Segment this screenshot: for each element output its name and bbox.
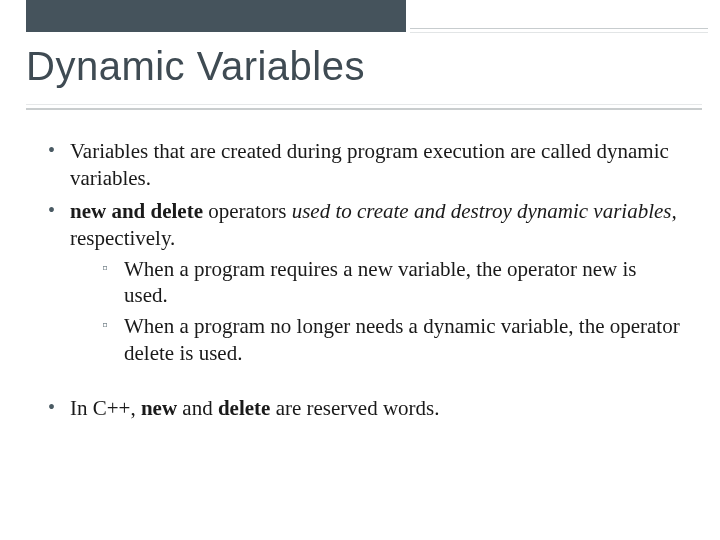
header-thin-line-2 — [410, 32, 708, 34]
bullet-item: new and delete operators used to create … — [46, 198, 680, 367]
header-thin-line — [410, 28, 708, 30]
sub-bullet-text: When a program no longer needs a dynamic… — [124, 314, 680, 365]
bullet-list: Variables that are created during progra… — [46, 138, 680, 367]
bullet-item: In C++, new and delete are reserved word… — [46, 395, 680, 422]
slide-body: Variables that are created during progra… — [46, 138, 680, 428]
title-separator-light — [26, 104, 702, 105]
bullet-list: In C++, new and delete are reserved word… — [46, 395, 680, 422]
bullet-text: In C++, — [70, 396, 141, 420]
sub-bullet-text: When a program requires a new variable, … — [124, 257, 637, 308]
spacer — [46, 373, 680, 395]
bullet-italic: used to create and destroy dynamic varia… — [292, 199, 677, 223]
slide-title: Dynamic Variables — [26, 44, 365, 89]
bullet-text: and — [177, 396, 218, 420]
bullet-bold: delete — [218, 396, 270, 420]
bullet-item: Variables that are created during progra… — [46, 138, 680, 192]
bullet-bold: new — [141, 396, 177, 420]
sub-bullet-item: When a program no longer needs a dynamic… — [100, 313, 680, 367]
sub-bullet-list: When a program requires a new variable, … — [70, 256, 680, 368]
header-decoration — [0, 0, 720, 40]
header-dark-block — [26, 0, 406, 32]
slide: Dynamic Variables Variables that are cre… — [0, 0, 720, 540]
bullet-text: operators — [203, 199, 292, 223]
bullet-text: are reserved words. — [270, 396, 439, 420]
title-separator — [26, 108, 702, 110]
bullet-text: respectively. — [70, 226, 175, 250]
bullet-text: Variables that are created during progra… — [70, 139, 669, 190]
sub-bullet-item: When a program requires a new variable, … — [100, 256, 680, 310]
bullet-bold: new and delete — [70, 199, 203, 223]
